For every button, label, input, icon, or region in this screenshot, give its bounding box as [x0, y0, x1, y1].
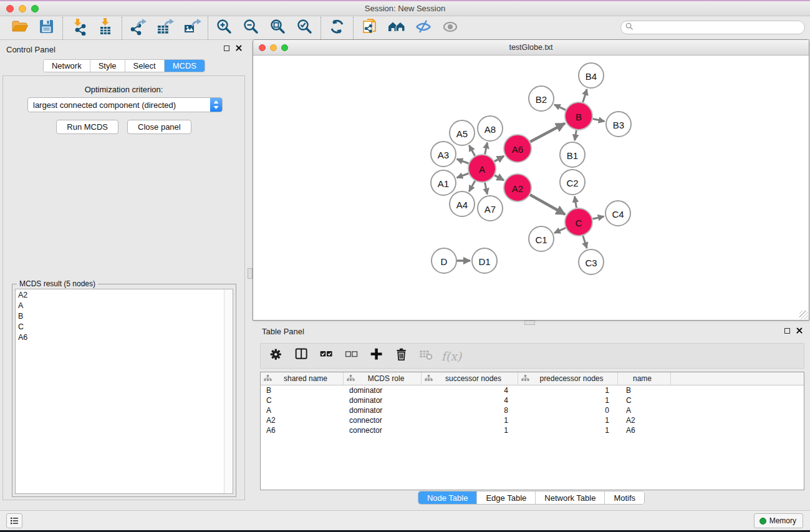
table-cell[interactable]: 1	[518, 426, 618, 435]
split-columns-button[interactable]	[291, 346, 313, 366]
edge-A-A7[interactable]	[485, 183, 488, 195]
table-row[interactable]: Adominator80A	[261, 405, 804, 415]
result-list-scrollbar[interactable]	[224, 289, 233, 493]
add-button[interactable]	[365, 346, 388, 366]
edge-A-A4[interactable]	[469, 181, 475, 191]
split-pane-grip-vertical[interactable]	[248, 268, 253, 279]
result-list-item[interactable]: A	[16, 301, 223, 311]
table-cell[interactable]: A2	[261, 416, 344, 425]
table-cell[interactable]: A	[618, 406, 671, 415]
tab-select[interactable]: Select	[125, 60, 165, 72]
table-cell[interactable]: C	[618, 396, 671, 405]
float-panel-icon[interactable]	[224, 46, 229, 51]
save-button[interactable]	[33, 17, 60, 39]
table-cell[interactable]: 0	[518, 406, 618, 415]
network-view-window[interactable]: testGlobe.txt B4B2BB3A8A5A6A3B1AC2A1A2A4…	[253, 39, 809, 321]
table-cell[interactable]: dominator	[344, 386, 422, 395]
table-cell[interactable]: 4	[422, 386, 518, 395]
table-cell[interactable]: 8	[422, 406, 518, 415]
node-table[interactable]: shared nameMCDS rolesuccessor nodesprede…	[260, 372, 804, 490]
run-mcds-button[interactable]: Run MCDS	[56, 120, 118, 134]
tab-network-table[interactable]: Network Table	[536, 491, 605, 504]
edge-C-C1[interactable]	[554, 228, 566, 233]
export-image-button[interactable]	[178, 17, 205, 39]
search-field[interactable]	[620, 21, 805, 34]
window-resize-grip[interactable]	[799, 311, 808, 319]
table-cell[interactable]: 1	[518, 396, 618, 405]
column-header-name[interactable]: name	[618, 372, 671, 385]
mcds-result-list[interactable]: A2ABCA6	[15, 289, 233, 494]
table-cell[interactable]: connector	[344, 416, 422, 425]
edge-A-A2[interactable]	[494, 175, 504, 180]
table-row[interactable]: Cdominator41C	[261, 395, 804, 405]
table-row[interactable]: A2connector11A2	[261, 415, 804, 425]
edge-A-A5[interactable]	[469, 145, 475, 156]
zoom-out-button[interactable]	[238, 17, 264, 39]
export-network-button[interactable]	[125, 17, 152, 39]
optimization-criterion-dropdown[interactable]: largest connected component (directed)	[27, 97, 223, 112]
column-header-MCDS-role[interactable]: MCDS role	[344, 372, 422, 385]
table-cell[interactable]: C	[261, 396, 344, 405]
result-list-item[interactable]: C	[16, 322, 223, 332]
show-eye-button[interactable]	[436, 17, 463, 39]
table-cell[interactable]: 1	[422, 426, 518, 435]
table-cell[interactable]: A	[261, 406, 344, 415]
tab-network[interactable]: Network	[44, 60, 90, 72]
edge-A-A1[interactable]	[457, 173, 469, 178]
edge-C-C4[interactable]	[592, 216, 604, 219]
table-cell[interactable]: A6	[261, 426, 344, 435]
edge-A2-C[interactable]	[530, 195, 565, 215]
edge-A6-B[interactable]	[530, 123, 565, 142]
gear-button[interactable]	[266, 346, 288, 366]
hide-graphics-button[interactable]	[410, 17, 436, 39]
search-input[interactable]	[634, 22, 804, 33]
table-cell[interactable]: B	[618, 386, 671, 395]
zoom-selected-button[interactable]	[291, 17, 318, 39]
edge-B-B1[interactable]	[575, 130, 577, 141]
table-cell[interactable]: A6	[618, 426, 671, 435]
close-panel-icon[interactable]	[236, 45, 242, 51]
memory-button[interactable]: Memory	[754, 513, 803, 528]
table-cell[interactable]: 1	[422, 416, 518, 425]
table-cell[interactable]: B	[261, 386, 344, 395]
table-cell[interactable]: connector	[344, 426, 422, 435]
close-table-panel-icon[interactable]	[796, 327, 803, 334]
tab-mcds[interactable]: MCDS	[165, 60, 205, 72]
edge-C-C3[interactable]	[583, 236, 587, 248]
clone-network-button[interactable]	[356, 17, 383, 39]
table-cell[interactable]: dominator	[344, 396, 422, 405]
trash-button[interactable]	[390, 346, 413, 366]
result-list-item[interactable]: B	[16, 311, 223, 322]
table-row[interactable]: A6connector11A6	[261, 425, 804, 435]
refresh-button[interactable]	[324, 17, 350, 39]
tab-motifs[interactable]: Motifs	[605, 491, 644, 504]
column-header-predecessor-nodes[interactable]: predecessor nodes	[518, 372, 618, 385]
close-panel-button[interactable]: Close panel	[127, 120, 191, 134]
zoom-fit-button[interactable]	[264, 17, 291, 39]
import-table-button[interactable]	[92, 17, 119, 39]
edge-B-B3[interactable]	[593, 119, 605, 122]
table-row[interactable]: Bdominator41B	[261, 385, 804, 395]
float-table-panel-icon[interactable]	[784, 328, 790, 334]
column-header-successor-nodes[interactable]: successor nodes	[422, 372, 518, 385]
task-history-button[interactable]	[6, 513, 22, 528]
import-network-button[interactable]	[65, 17, 92, 39]
home-button[interactable]	[383, 17, 410, 39]
edge-B-B2[interactable]	[554, 105, 566, 110]
edge-C-C2[interactable]	[575, 196, 577, 208]
open-folder-button[interactable]	[6, 17, 33, 39]
tab-node-table[interactable]: Node Table	[418, 491, 478, 504]
result-list-item[interactable]: A6	[16, 332, 223, 343]
edge-A-A6[interactable]	[494, 156, 504, 162]
table-cell[interactable]: 4	[422, 396, 518, 405]
network-window-titlebar[interactable]: testGlobe.txt	[253, 40, 809, 56]
table-cell[interactable]: 1	[518, 386, 618, 395]
edge-A-A8[interactable]	[485, 143, 488, 155]
table-cell[interactable]: A2	[618, 416, 671, 425]
tab-style[interactable]: Style	[90, 60, 125, 72]
edge-A-A3[interactable]	[457, 159, 469, 163]
select-all-button[interactable]	[316, 346, 338, 366]
unselect-all-button[interactable]	[340, 346, 363, 366]
result-list-item[interactable]: A2	[16, 290, 223, 301]
export-table-button[interactable]	[152, 17, 178, 39]
